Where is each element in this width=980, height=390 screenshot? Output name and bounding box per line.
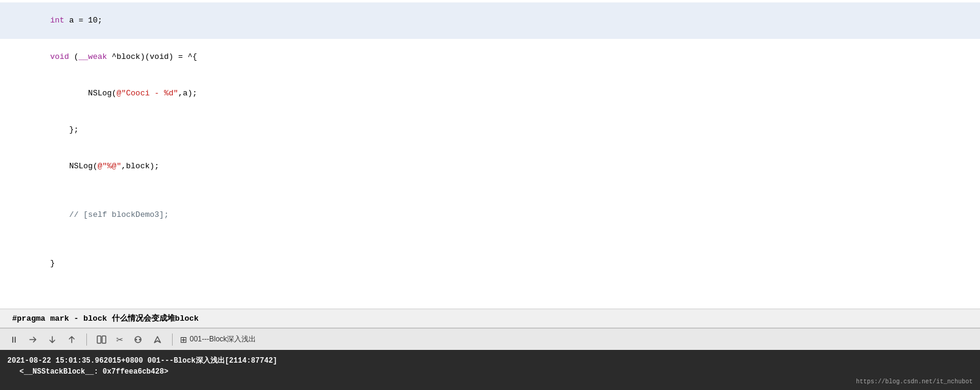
string-percent-at: @"%@" [97, 162, 121, 171]
svg-rect-0 [97, 336, 101, 343]
keyword-weak: __weak [78, 52, 107, 61]
code-line-2: void (__weak ^block)(void) = ^{ [0, 39, 980, 75]
step-over-button[interactable] [26, 334, 40, 346]
step-into-button[interactable] [45, 334, 60, 346]
grid-icon: ⊞ [180, 335, 187, 344]
string-cooci-d: @"Cooci - %d" [117, 89, 178, 98]
step-out-button[interactable] [64, 334, 79, 346]
code-line-brace: } [0, 245, 980, 282]
pragma-mark-line: #pragma mark - block 什么情况会变成堆block [0, 309, 980, 328]
code-line-4: }; [0, 112, 980, 148]
svg-rect-1 [102, 336, 106, 343]
pragma-mark-text: #pragma mark - block 什么情况会变成堆block [12, 314, 199, 323]
loop-icon [133, 335, 143, 344]
scissors-button[interactable]: ✂ [114, 334, 126, 346]
comment-self-blockdemo3: // [self blockDemo3]; [50, 210, 168, 219]
toolbar-separator-1 [86, 334, 87, 346]
split-view-icon [97, 335, 106, 344]
code-top-section: int a = 10; void (__weak ^block)(void) =… [0, 0, 980, 284]
code-editor: int a = 10; void (__weak ^block)(void) =… [0, 0, 980, 328]
console-line-1: 2021-08-22 15:01:35.962015+0800 001---Bl… [7, 355, 973, 366]
code-line-comment: // [self blockDemo3]; [0, 197, 980, 233]
console-line-2: <__NSStackBlock__: 0x7ffeea6cb428> [7, 366, 973, 377]
step-into-icon [47, 335, 57, 344]
navigate-icon [153, 335, 162, 344]
pause-button[interactable]: ⏸ [7, 334, 21, 346]
project-label-container: ⊞ 001---Block深入浅出 [180, 334, 256, 344]
svg-point-3 [136, 338, 137, 340]
split-view-button[interactable] [94, 334, 109, 346]
code-line-1: int a = 10; [0, 2, 980, 39]
toolbar-separator-2 [172, 334, 173, 346]
debugger-toolbar: ⏸ ✂ ⊞ 001---Blo [0, 328, 980, 350]
section-gap [0, 284, 980, 309]
keyword-void: void [50, 52, 69, 61]
code-line-empty-1 [0, 185, 980, 197]
keyword-int: int [50, 16, 64, 25]
code-line-3: NSLog(@"Cooci - %d",a); [0, 75, 980, 112]
project-name: 001---Block深入浅出 [190, 334, 256, 344]
code-line-5: NSLog(@"%@",block); [0, 148, 980, 185]
navigate-button[interactable] [150, 334, 165, 346]
code-line-empty-2 [0, 233, 980, 245]
console-footer-url: https://blog.csdn.net/it_nchubot [7, 378, 973, 385]
loop-button[interactable] [131, 334, 145, 346]
step-over-icon [28, 335, 38, 344]
step-out-icon [67, 335, 77, 344]
console-output: 2021-08-22 15:01:35.962015+0800 001---Bl… [0, 350, 980, 390]
svg-point-4 [139, 338, 141, 340]
